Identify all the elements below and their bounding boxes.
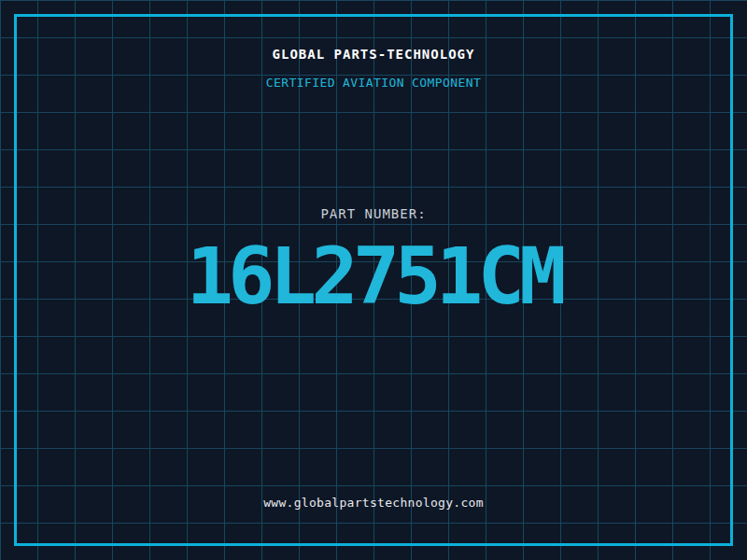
part-number-label: PART NUMBER: [0,206,747,221]
certification-subtitle: CERTIFIED AVIATION COMPONENT [0,76,747,90]
company-title: GLOBAL PARTS-TECHNOLOGY [0,47,747,62]
website-url: www.globalpartstechnology.com [0,496,747,510]
part-number-value: 16L2751CM [0,237,747,315]
part-label-card: GLOBAL PARTS-TECHNOLOGY CERTIFIED AVIATI… [0,0,747,560]
